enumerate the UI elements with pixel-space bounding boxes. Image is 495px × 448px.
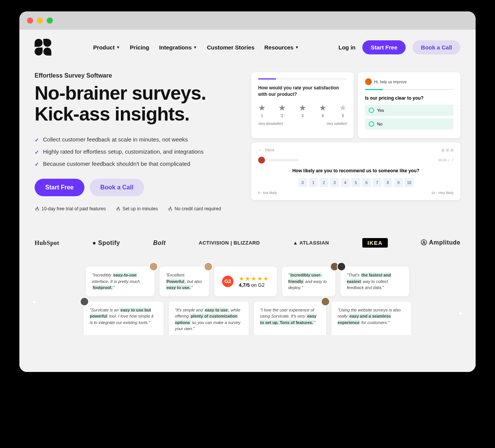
inbox-label: Inbox bbox=[265, 148, 274, 152]
nps-high: 10 - Very likely bbox=[431, 191, 454, 195]
trust-item: 10-day free trial of paid features bbox=[35, 206, 106, 211]
scale-num: 5 bbox=[339, 114, 347, 118]
nav-customer-stories[interactable]: Customer Stories bbox=[207, 44, 254, 51]
bullet-text: Highly rated for effortless setup, custo… bbox=[43, 148, 203, 155]
avatar-icon bbox=[365, 78, 372, 85]
avatar-icon bbox=[204, 262, 213, 271]
avatar-icon bbox=[149, 262, 158, 271]
book-call-button[interactable]: Book a Call bbox=[412, 40, 460, 54]
placeholder-bar bbox=[268, 159, 298, 161]
nps-option[interactable]: 3 bbox=[330, 178, 339, 187]
star-icon[interactable]: ★ bbox=[278, 103, 286, 113]
progress-bar bbox=[365, 89, 454, 90]
nav-label: Customer Stories bbox=[207, 44, 254, 51]
testimonial-card: "It's simple and easy to use, while offe… bbox=[169, 302, 249, 335]
radio-icon bbox=[369, 121, 374, 127]
check-icon: ✓ bbox=[35, 149, 39, 155]
back-icon[interactable]: ← bbox=[258, 148, 262, 152]
hero-section: Effortless Survey Software No-brainer su… bbox=[19, 65, 476, 227]
nps-option[interactable]: 2 bbox=[319, 178, 328, 187]
page-content: Product ▼ Pricing Integrations ▼ Custome… bbox=[19, 30, 476, 372]
star-icon[interactable]: ★ bbox=[319, 103, 327, 113]
check-icon: ✓ bbox=[35, 161, 39, 167]
maximize-window-icon[interactable] bbox=[47, 17, 53, 24]
scale-num: 4 bbox=[319, 114, 327, 118]
survey-card-nps: ← Inbox 00:45 ☆ ⤴ How likely are you to … bbox=[251, 143, 460, 200]
star-icon[interactable]: ★ bbox=[258, 103, 266, 113]
scale-num: 1 bbox=[258, 114, 266, 118]
option-yes[interactable]: Yes bbox=[365, 105, 454, 116]
testimonial-card: "Incredibly user-friendly and easy to de… bbox=[282, 267, 335, 296]
check-icon: ✓ bbox=[35, 137, 39, 143]
bullet-item: ✓Because customer feedback shouldn't be … bbox=[35, 160, 244, 167]
testimonial-card: "Survicate is an easy to use but powerfu… bbox=[84, 302, 163, 335]
nps-option[interactable]: 5 bbox=[351, 178, 360, 187]
star-icon[interactable]: ★ bbox=[299, 103, 306, 113]
testimonials: ✦ ✦ "Incredibly easy-to-use interface. I… bbox=[19, 259, 476, 335]
scale-labels: Very dissatisfied Very satisfied bbox=[258, 122, 347, 126]
toolbar-icon bbox=[446, 149, 449, 152]
testimonial-card: "Using the website surveys is also reall… bbox=[332, 302, 411, 335]
testimonial-card: "Excellent. Powerful, but also easy to u… bbox=[160, 267, 209, 296]
g2-rating-card: G2 ★★★★★ 4,7/5 on G2 bbox=[214, 267, 277, 296]
hero-illustration: ✦ How would you rate your satisfaction w… bbox=[251, 72, 460, 211]
title-bar bbox=[19, 11, 476, 30]
sparkle-icon: ✦ bbox=[31, 297, 38, 308]
bullet-text: Collect customer feedback at scale in mi… bbox=[43, 136, 188, 143]
avatar-icon bbox=[321, 297, 330, 306]
radio-icon bbox=[369, 108, 374, 113]
hero-book-call-button[interactable]: Book a Call bbox=[90, 179, 144, 196]
toolbar-icon bbox=[451, 149, 454, 152]
bullet-item: ✓Collect customer feedback at scale in m… bbox=[35, 136, 244, 143]
start-free-button[interactable]: Start Free bbox=[362, 40, 406, 54]
option-label: Yes bbox=[377, 108, 384, 113]
nps-option[interactable]: 10 bbox=[405, 178, 414, 187]
survey-brand: Hi, help us improve bbox=[365, 78, 454, 85]
avatar-icon bbox=[258, 157, 265, 164]
nav-integrations[interactable]: Integrations ▼ bbox=[159, 44, 197, 51]
nav-product[interactable]: Product ▼ bbox=[93, 44, 120, 51]
nps-option[interactable]: 4 bbox=[341, 178, 350, 187]
survey-question: Is our pricing clear to you? bbox=[365, 95, 454, 101]
card-toolbar: ← Inbox bbox=[258, 148, 454, 152]
bullet-item: ✓Highly rated for effortless setup, cust… bbox=[35, 148, 244, 155]
logo-bolt: Bolt bbox=[153, 240, 166, 246]
testimonial-card: "Incredibly easy-to-use interface. It is… bbox=[86, 267, 154, 296]
nps-option[interactable]: 1 bbox=[309, 178, 318, 187]
nps-option[interactable]: 6 bbox=[362, 178, 371, 187]
star-icon[interactable]: ★ bbox=[339, 103, 347, 113]
brand-text: Hi, help us improve bbox=[374, 80, 407, 84]
option-no[interactable]: No bbox=[365, 118, 454, 130]
hero-bullets: ✓Collect customer feedback at scale in m… bbox=[35, 136, 244, 167]
nav-pricing[interactable]: Pricing bbox=[130, 44, 149, 51]
avatar-icon bbox=[337, 262, 346, 271]
g2-logo-icon: G2 bbox=[222, 276, 233, 287]
hero-copy: Effortless Survey Software No-brainer su… bbox=[35, 72, 244, 211]
testimonial-card: "I love the user experience of using Sur… bbox=[254, 302, 326, 335]
nav-label: Product bbox=[93, 44, 115, 51]
nav-right: Log in Start Free Book a Call bbox=[338, 40, 460, 54]
nps-option[interactable]: 0 bbox=[298, 178, 307, 187]
login-link[interactable]: Log in bbox=[338, 44, 355, 51]
logo-atlassian: ▲ ATLASSIAN bbox=[293, 240, 329, 246]
logo-activision: ACTIVISION | BLIZZARD bbox=[199, 240, 260, 246]
nps-option[interactable]: 7 bbox=[373, 178, 382, 187]
hero-start-free-button[interactable]: Start Free bbox=[35, 179, 84, 196]
bullet-text: Because customer feedback shouldn't be t… bbox=[43, 160, 190, 167]
timestamp: 00:45 ☆ ⤴ bbox=[438, 158, 454, 162]
scale-num: 2 bbox=[278, 114, 286, 118]
brand-logo[interactable] bbox=[35, 39, 51, 56]
toolbar-icon bbox=[441, 149, 444, 152]
nps-option[interactable]: 9 bbox=[394, 178, 403, 187]
minimize-window-icon[interactable] bbox=[37, 17, 43, 24]
option-label: No bbox=[377, 122, 382, 126]
survey-question: How likely are you to recommend us to so… bbox=[258, 168, 454, 173]
logo-spotify: ● Spotify bbox=[92, 240, 120, 246]
customer-logos: HubSpot ● Spotify Bolt ACTIVISION | BLIZ… bbox=[19, 227, 476, 259]
progress-bar bbox=[258, 78, 347, 79]
close-window-icon[interactable] bbox=[27, 17, 33, 24]
eyebrow: Effortless Survey Software bbox=[35, 72, 244, 79]
nav-resources[interactable]: Resources ▼ bbox=[264, 44, 299, 51]
nps-option[interactable]: 8 bbox=[383, 178, 392, 187]
nps-low: 0 - Not likely bbox=[258, 191, 277, 195]
